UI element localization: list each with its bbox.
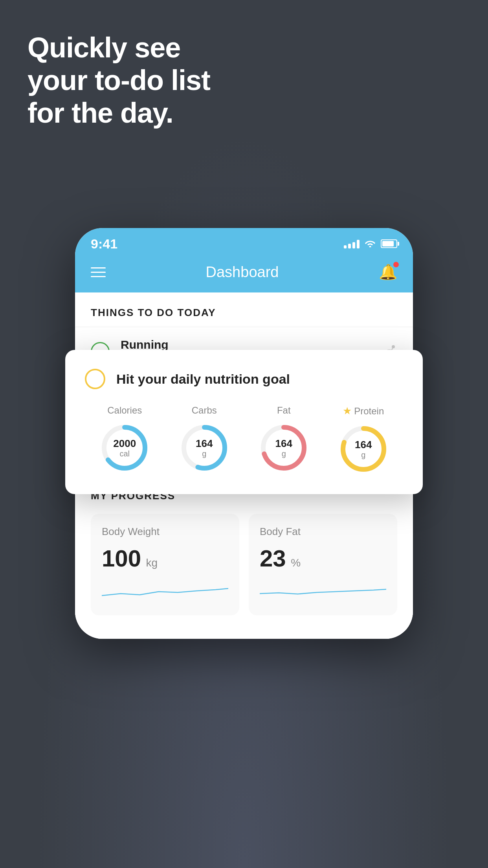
status-icons <box>344 238 397 250</box>
app-header: Dashboard 🔔 <box>75 256 413 292</box>
header-title: Dashboard <box>206 264 279 281</box>
star-icon: ★ <box>343 405 352 417</box>
notification-bell-icon[interactable]: 🔔 <box>379 263 397 281</box>
nutrition-card: Hit your daily nutrition goal Calories 2… <box>65 350 423 494</box>
body-weight-value-row: 100 kg <box>102 545 228 572</box>
headline-line3: for the day. <box>28 97 210 129</box>
calories-label: Calories <box>107 405 142 416</box>
stat-protein: ★ Protein 164 g <box>338 405 389 474</box>
stat-fat: Fat 164 g <box>258 405 309 474</box>
body-weight-value: 100 <box>102 545 141 572</box>
things-to-do-title: THINGS TO DO TODAY <box>75 292 413 327</box>
calories-unit: cal <box>113 449 136 458</box>
protein-unit: g <box>355 450 372 459</box>
protein-label: ★ Protein <box>343 405 384 417</box>
calories-donut: 2000 cal <box>99 422 150 473</box>
body-fat-chart <box>260 580 386 603</box>
battery-icon <box>381 239 397 248</box>
carbs-label: Carbs <box>192 405 217 416</box>
body-fat-value-row: 23 % <box>260 545 386 572</box>
status-time: 9:41 <box>91 236 117 252</box>
body-fat-label: Body Fat <box>260 526 386 538</box>
protein-donut: 164 g <box>338 423 389 474</box>
stat-calories: Calories 2000 cal <box>99 405 150 474</box>
body-fat-value: 23 <box>260 545 286 572</box>
fat-label: Fat <box>277 405 291 416</box>
carbs-donut: 164 g <box>179 422 230 473</box>
carbs-value: 164 <box>196 438 213 449</box>
signal-bars-icon <box>344 239 360 248</box>
nutrition-checkbox[interactable] <box>85 369 105 389</box>
carbs-unit: g <box>196 449 213 458</box>
calories-value: 2000 <box>113 438 136 449</box>
nutrition-card-title: Hit your daily nutrition goal <box>116 371 290 387</box>
menu-icon[interactable] <box>91 267 106 277</box>
fat-donut: 164 g <box>258 422 309 473</box>
svg-point-1 <box>392 345 395 348</box>
wifi-icon <box>364 238 376 250</box>
headline: Quickly see your to-do list for the day. <box>28 31 210 129</box>
body-weight-chart <box>102 580 228 603</box>
status-bar: 9:41 <box>75 228 413 256</box>
fat-value: 164 <box>275 438 292 449</box>
body-weight-label: Body Weight <box>102 526 228 538</box>
progress-card-body-fat[interactable]: Body Fat 23 % <box>249 514 397 615</box>
nutrition-stats: Calories 2000 cal Carbs <box>85 405 403 474</box>
fat-unit: g <box>275 449 292 458</box>
notification-dot <box>393 262 399 267</box>
headline-line1: Quickly see <box>28 31 210 64</box>
todo-running-name: Running <box>121 338 371 351</box>
body-weight-unit: kg <box>146 557 158 569</box>
protein-value: 164 <box>355 439 372 451</box>
body-fat-unit: % <box>291 557 301 569</box>
headline-line2: your to-do list <box>28 64 210 97</box>
nutrition-card-header: Hit your daily nutrition goal <box>85 369 403 389</box>
stat-carbs: Carbs 164 g <box>179 405 230 474</box>
progress-section: MY PROGRESS Body Weight 100 kg <box>75 474 413 615</box>
progress-card-body-weight[interactable]: Body Weight 100 kg <box>91 514 239 615</box>
progress-cards: Body Weight 100 kg Body Fat 23 <box>91 514 397 615</box>
